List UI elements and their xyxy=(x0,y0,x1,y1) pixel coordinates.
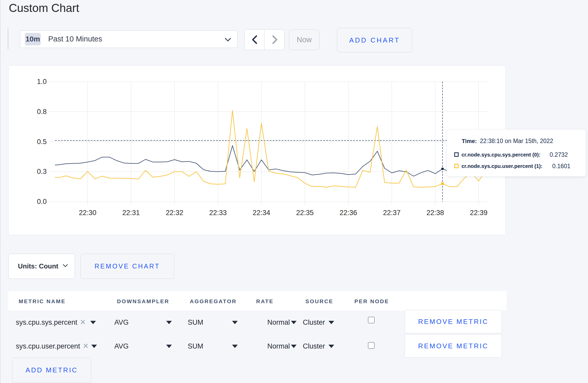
svg-text:1.0: 1.0 xyxy=(37,78,47,86)
svg-text:0.8: 0.8 xyxy=(37,108,47,116)
svg-text:22:32: 22:32 xyxy=(166,209,183,217)
svg-text:22:33: 22:33 xyxy=(209,209,227,217)
svg-text:22:35: 22:35 xyxy=(296,209,314,217)
svg-text:22:36: 22:36 xyxy=(340,209,357,217)
svg-text:22:31: 22:31 xyxy=(122,209,140,217)
svg-text:0.3: 0.3 xyxy=(37,168,47,175)
svg-text:0.5: 0.5 xyxy=(37,138,47,146)
svg-text:22:39: 22:39 xyxy=(470,209,488,217)
svg-text:22:30: 22:30 xyxy=(79,209,96,217)
svg-text:22:38: 22:38 xyxy=(426,209,444,217)
svg-text:22:34: 22:34 xyxy=(253,209,270,217)
svg-text:0.0: 0.0 xyxy=(37,198,47,205)
svg-text:22:37: 22:37 xyxy=(383,209,401,217)
